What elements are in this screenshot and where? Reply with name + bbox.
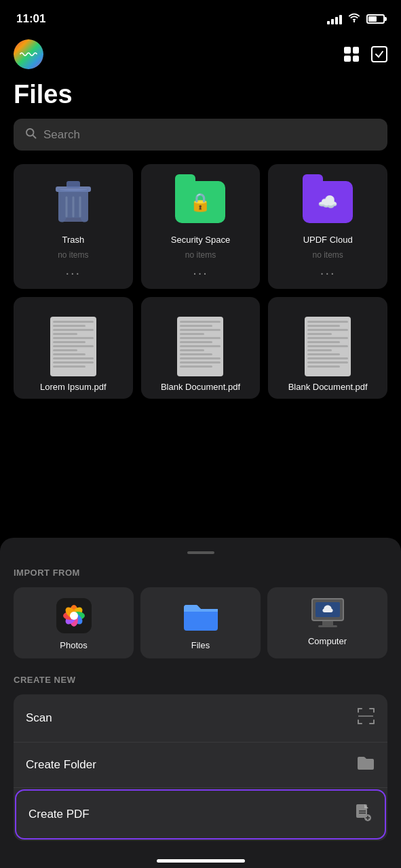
file-name-trash: Trash — [62, 235, 84, 245]
search-placeholder: Search — [43, 128, 80, 142]
scan-icon — [356, 707, 375, 730]
pdf-thumb-lorem — [50, 317, 96, 376]
file-count-security: no items — [185, 250, 216, 260]
import-files-label: Files — [191, 640, 210, 650]
file-count-trash: no items — [58, 250, 88, 260]
svg-point-17 — [70, 612, 78, 620]
cloud-upload-icon: ☁️ — [318, 193, 338, 212]
folder-icon — [356, 755, 375, 775]
import-photos-label: Photos — [60, 640, 87, 650]
pdf-thumb-blank1 — [177, 317, 223, 376]
create-folder-label: Create Folder — [26, 758, 96, 772]
header — [0, 34, 401, 77]
photos-icon — [56, 598, 92, 633]
file-name-blank1: Blank Document.pdf — [161, 382, 240, 392]
file-more-trash[interactable]: ··· — [65, 265, 81, 281]
battery-icon — [366, 14, 385, 24]
lock-icon: 🔒 — [189, 192, 211, 213]
svg-rect-19 — [358, 708, 359, 713]
file-more-security[interactable]: ··· — [193, 265, 208, 281]
file-card-lorem[interactable]: Lorem Ipsum.pdf — [14, 297, 133, 399]
select-mode-icon[interactable] — [371, 46, 387, 62]
file-card-blank1[interactable]: Blank Document.pdf — [141, 297, 261, 399]
svg-line-1 — [33, 135, 35, 138]
import-photos-card[interactable]: Photos — [14, 587, 134, 658]
file-card-trash[interactable]: Trash no items ··· — [14, 164, 133, 289]
grid-view-icon[interactable] — [344, 47, 359, 62]
svg-rect-4 — [66, 181, 80, 188]
file-more-cloud[interactable]: ··· — [320, 265, 336, 281]
svg-rect-23 — [358, 719, 359, 724]
wifi-icon — [347, 12, 361, 26]
computer-icon — [310, 598, 345, 629]
folder-security-icon: 🔒 — [175, 181, 225, 223]
svg-rect-24 — [369, 723, 374, 724]
import-section-label: IMPORT FROM — [14, 568, 387, 578]
file-card-security[interactable]: 🔒 Security Space no items ··· — [141, 164, 261, 289]
create-scan-label: Scan — [26, 711, 52, 725]
status-time: 11:01 — [16, 12, 45, 26]
create-pdf-item[interactable]: Create PDF — [15, 789, 386, 840]
create-scan-item[interactable]: Scan — [14, 694, 387, 743]
home-indicator — [157, 859, 245, 863]
create-pdf-label: Create PDF — [28, 808, 90, 821]
file-name-blank2: Blank Document.pdf — [288, 382, 368, 392]
svg-rect-21 — [373, 708, 375, 713]
security-icon-wrap: 🔒 — [173, 175, 227, 229]
file-name-cloud: UPDF Cloud — [303, 235, 353, 245]
page-title: Files — [0, 77, 401, 119]
status-icons — [327, 12, 385, 26]
svg-rect-20 — [369, 708, 374, 709]
create-section-label: CREATE NEW — [14, 675, 387, 685]
trash-icon-wrap — [46, 175, 100, 229]
file-card-blank2[interactable]: Blank Document.pdf — [268, 297, 387, 399]
signal-icon — [327, 14, 342, 24]
file-count-cloud: no items — [312, 250, 343, 260]
create-folder-item[interactable]: Create Folder — [14, 743, 387, 788]
cloud-icon-wrap: ☁️ — [301, 175, 355, 229]
files-folder-icon — [183, 598, 218, 633]
search-bar[interactable]: Search — [14, 119, 387, 151]
status-bar: 11:01 — [0, 0, 401, 34]
file-name-lorem: Lorem Ipsum.pdf — [40, 382, 107, 392]
file-grid: Trash no items ··· 🔒 Security Space no i… — [0, 164, 401, 399]
file-name-security: Security Space — [171, 235, 230, 245]
import-files-card[interactable]: Files — [140, 587, 261, 658]
file-card-cloud[interactable]: ☁️ UPDF Cloud no items ··· — [268, 164, 387, 289]
header-icons — [344, 46, 387, 62]
import-grid: Photos Files — [14, 587, 387, 658]
import-computer-label: Computer — [308, 636, 347, 646]
svg-rect-25 — [373, 719, 375, 724]
import-computer-card[interactable]: Computer — [267, 587, 387, 658]
bottom-sheet: IMPORT FROM Photos — [0, 538, 401, 868]
folder-cloud-icon: ☁️ — [303, 181, 353, 223]
create-list: Scan Create Folder — [14, 694, 387, 841]
search-icon — [24, 127, 37, 142]
pdf-thumb-blank2 — [305, 317, 351, 376]
avatar[interactable] — [14, 39, 43, 69]
pdf-create-icon — [354, 803, 373, 826]
